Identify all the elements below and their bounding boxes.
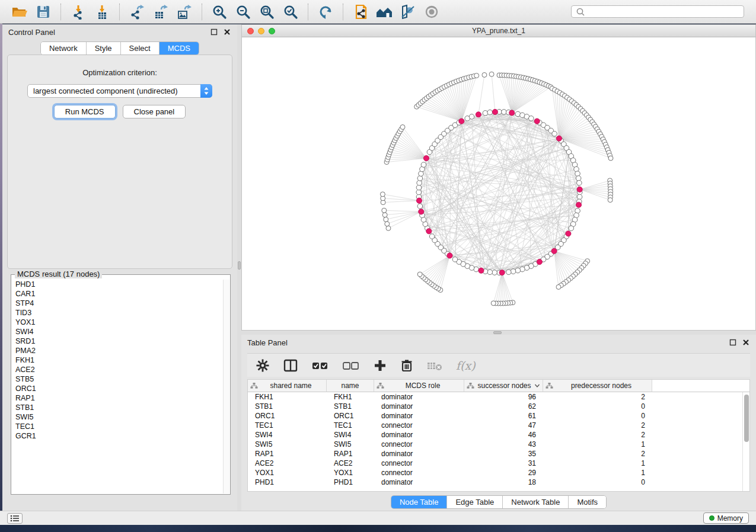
minimize-window-icon[interactable] (258, 28, 264, 34)
mcds-result-item[interactable]: GCR1 (12, 431, 223, 441)
select-all-button[interactable] (311, 358, 329, 373)
show-all-button[interactable] (423, 3, 441, 21)
tab-network-table[interactable]: Network Table (503, 496, 569, 508)
import-table-button[interactable] (93, 3, 111, 21)
network-window-titlebar[interactable]: YPA_prune.txt_1 (242, 25, 755, 37)
export-network-button[interactable] (128, 3, 146, 21)
table-cell: 0 (543, 402, 652, 411)
refresh-button[interactable] (317, 3, 334, 21)
tab-select[interactable]: Select (121, 42, 160, 55)
mcds-result-item[interactable]: RAP1 (12, 393, 223, 403)
table-row[interactable]: TEC1TEC1connector472 (248, 421, 742, 430)
mcds-result-item[interactable]: PHD1 (12, 280, 223, 289)
mcds-panel: Optimization criterion: largest connecte… (7, 55, 232, 269)
table-cell (652, 402, 742, 411)
table-row[interactable]: STB1STB1dominator620 (248, 402, 742, 411)
open-file-button[interactable] (11, 3, 28, 21)
tab-network[interactable]: Network (41, 42, 87, 55)
column-header-shared-name[interactable]: shared name (248, 380, 327, 392)
tab-style[interactable]: Style (87, 42, 121, 55)
tab-edge-table[interactable]: Edge Table (447, 496, 503, 508)
table-row[interactable]: FKH1FKH1dominator962 (248, 392, 742, 402)
float-window-icon[interactable] (210, 28, 218, 36)
node-table-header: shared namenameMCDS rolesuccessor nodesp… (248, 380, 749, 392)
search-input[interactable] (586, 8, 740, 16)
new-network-from-selection-button[interactable] (352, 3, 369, 21)
deselect-all-button[interactable] (342, 358, 360, 373)
close-panel-icon[interactable] (742, 338, 750, 347)
mcds-result-title: MCDS result (17 nodes) (15, 270, 102, 278)
task-history-button[interactable] (7, 513, 23, 524)
mcds-result-scrollbar[interactable] (223, 280, 229, 493)
mcds-result-item[interactable]: YOX1 (12, 318, 223, 327)
mcds-result-item[interactable]: FKH1 (12, 355, 223, 365)
import-network-button[interactable] (69, 3, 87, 21)
table-toolbar: f(x) (247, 353, 750, 377)
run-mcds-button[interactable]: Run MCDS (54, 105, 116, 118)
table-settings-button[interactable] (256, 358, 270, 373)
mcds-result-item[interactable]: STB1 (12, 403, 223, 412)
horizontal-splitter[interactable] (241, 331, 756, 335)
mcds-result-item[interactable]: CAR1 (12, 289, 223, 299)
zoom-out-button[interactable] (234, 3, 252, 21)
table-row[interactable]: YOX1YOX1connector291 (248, 468, 742, 477)
table-cell: FKH1 (248, 392, 327, 402)
mcds-result-item[interactable]: STP4 (12, 299, 223, 308)
table-row[interactable]: SWI4SWI4dominator462 (248, 430, 742, 440)
network-graph[interactable] (242, 37, 755, 330)
add-column-button[interactable] (373, 358, 387, 373)
splitter-handle[interactable] (493, 331, 502, 334)
toolbar-separator (343, 4, 343, 20)
mcds-result-item[interactable]: PMA2 (12, 346, 223, 355)
mcds-result-item[interactable]: ACE2 (12, 365, 223, 374)
zoom-fit-button[interactable] (258, 3, 276, 21)
close-panel-icon[interactable] (223, 28, 231, 36)
table-row[interactable]: ORC1ORC1dominator610 (248, 411, 742, 421)
close-panel-button[interactable]: Close panel (123, 105, 186, 118)
tab-mcds[interactable]: MCDS (160, 42, 199, 55)
mcds-result-item[interactable]: SWI5 (12, 412, 223, 422)
zoom-in-button[interactable] (210, 3, 228, 21)
mcds-result-list[interactable]: PHD1CAR1STP4TID3YOX1SWI4SRD1PMA2FKH1ACE2… (12, 280, 223, 493)
node-table-body[interactable]: FKH1FKH1dominator962STB1STB1dominator620… (248, 392, 742, 491)
hide-selected-button[interactable] (399, 3, 417, 21)
delete-columns-button[interactable] (400, 358, 413, 373)
close-window-icon[interactable] (247, 28, 254, 34)
export-image-button[interactable] (176, 3, 193, 21)
mcds-result-item[interactable]: ORC1 (12, 384, 223, 393)
first-neighbors-button[interactable] (375, 3, 393, 21)
memory-button[interactable]: Memory (703, 512, 749, 524)
criterion-dropdown[interactable]: largest connected component (undirected) (27, 84, 212, 98)
toolbar-group-import (63, 3, 117, 21)
mcds-result-item[interactable]: STB5 (12, 374, 223, 384)
float-window-icon[interactable] (729, 338, 737, 347)
table-cell: dominator (374, 430, 464, 440)
mcds-result-item[interactable]: SRD1 (12, 336, 223, 346)
network-canvas[interactable] (242, 37, 755, 330)
table-row[interactable]: ACE2ACE2connector311 (248, 459, 742, 468)
column-header-predecessor-nodes[interactable]: predecessor nodes (543, 380, 652, 392)
tab-motifs[interactable]: Motifs (569, 496, 606, 508)
tab-node-table[interactable]: Node Table (391, 496, 448, 508)
mcds-result-item[interactable]: SWI4 (12, 327, 223, 336)
search-box[interactable] (571, 5, 744, 18)
export-table-button[interactable] (152, 3, 170, 21)
column-label: name (329, 382, 371, 390)
splitter-handle[interactable] (238, 261, 241, 270)
table-row[interactable]: SWI5SWI5connector431 (248, 440, 742, 449)
table-scrollbar-thumb[interactable] (744, 395, 749, 442)
zoom-selected-button[interactable] (282, 3, 299, 21)
column-header-name[interactable]: name (327, 380, 374, 392)
maximize-window-icon[interactable] (269, 28, 275, 34)
sort-indicator-icon[interactable] (534, 383, 540, 388)
mcds-result-item[interactable]: TEC1 (12, 422, 223, 431)
table-scrollbar[interactable] (742, 392, 749, 491)
table-row[interactable]: PHD1PHD1dominator180 (248, 477, 742, 487)
table-row[interactable]: RAP1RAP1dominator352 (248, 449, 742, 459)
mcds-result-item[interactable]: TID3 (12, 308, 223, 318)
column-header-successor-nodes[interactable]: successor nodes (464, 380, 543, 392)
save-session-button[interactable] (34, 3, 52, 21)
column-header-MCDS-role[interactable]: MCDS role (374, 380, 464, 392)
vertical-splitter[interactable] (237, 24, 241, 511)
toggle-columns-button[interactable] (283, 358, 298, 373)
